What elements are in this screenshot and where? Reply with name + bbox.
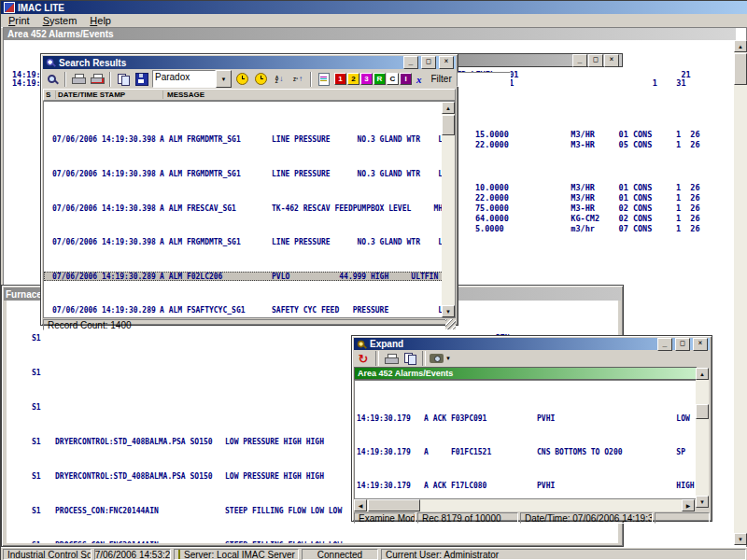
server-status-icon [178,549,180,560]
priority-filter-button[interactable]: C [387,73,399,85]
expand-vertical-scrollbar[interactable]: ▲ ▼ [696,368,709,508]
maximize-button[interactable]: □ [421,56,436,69]
table-row[interactable]: 07/06/2006 14:19:30.289 A ALM FSAFTYCYC_… [44,306,455,315]
table-row[interactable]: 14:19:30.179 A ACK F03PC091 PVHI LOW [355,414,696,423]
app-titlebar[interactable]: IMAC LITE [1,1,747,14]
row-detail: PVHI LOW [537,414,690,423]
priority-filter-button[interactable]: 3 [360,73,373,85]
close-button[interactable]: × [439,56,454,69]
column-header-s[interactable]: S [44,91,56,99]
main-vertical-scrollbar[interactable]: ▲ ▼ [734,40,747,545]
search-results-list[interactable]: 07/06/2006 14:19:30.398 A ALM FRGMDMTR_S… [43,101,456,318]
expand-horizontal-scrollbar[interactable]: ◀ ▶ [354,499,695,511]
row-datetime: 07/06/2006 14:19:30.398 [52,204,160,213]
exclude-button[interactable]: x [414,74,425,85]
print-button[interactable] [383,350,400,367]
copy-icon [404,353,416,364]
main-statusbar: Industrial Control Software 07/06/2006 1… [1,547,747,560]
minimize-button[interactable]: _ [657,338,672,351]
scroll-up-icon[interactable]: ▲ [696,368,709,380]
column-header-datetime[interactable]: DATE/TIME STAMP [56,91,163,99]
alarm-value-row[interactable]: 64.0000 KG-CM2 02 CONS 1 26 [475,214,700,224]
alarm-value-row[interactable]: 10.0000 M3/HR 01 CONS 1 26 [475,183,700,193]
table-row[interactable]: 14:19:30.179 A ACK F17LC080 PVHI HIGH [355,482,696,490]
snapshot-button[interactable]: ▼ [430,350,451,367]
table-row[interactable]: S1 PROCESS_CON:FNC20144AIN STEEP FILLING… [7,540,618,543]
scrollbar-thumb[interactable] [368,499,420,511]
priority-filter-buttons: 123RCI [334,73,412,85]
column-header-message[interactable]: MESSAGE [163,91,204,99]
table-row[interactable]: 07/06/2006 14:19:30.398 A ALM FRESCAV_SG… [44,203,455,213]
expand-titlebar[interactable]: Expand _ □ × [354,338,710,350]
camera-icon [430,354,444,363]
table-row[interactable]: 14:19:30.179 A F01FC1521 CNS BOTTOMS TO … [355,448,696,456]
table-row[interactable]: 07/06/2006 14:19:30.398 A ALM FRGMDMTR_S… [44,135,455,145]
search-icon [47,74,58,85]
minimize-button[interactable]: _ [572,54,587,67]
record-datetime: Date/Time: 07/06/2006 14:19:30.179 [520,512,653,524]
priority-filter-button[interactable]: R [374,73,386,85]
alarm-value-row[interactable]: 5.0000 m3/hr 07 CONS 1 26 [475,224,700,234]
priority-filter-button[interactable]: 1 [334,73,346,85]
chevron-down-icon[interactable]: ▼ [445,356,451,361]
row-s: S1 [32,334,55,343]
row-message: A ALM FRGMDMTR_SG1 [160,135,272,144]
copy-button[interactable] [402,350,418,367]
empty-panel [655,512,710,524]
alarm-value-row[interactable]: 22.0000 M3/HR 01 CONS 1 26 [475,193,700,203]
alarm-value-row[interactable]: 75.0000 M3-HR 02 CONS 1 26 [475,203,700,214]
record-count: Record Count: 1400 [43,319,456,330]
scroll-down-icon[interactable]: ▼ [442,305,455,317]
scroll-left-icon[interactable]: ◀ [354,499,367,511]
data-source-combo[interactable]: Paradox ▼ [152,71,232,87]
scrollbar-thumb[interactable] [734,53,747,85]
scroll-down-icon[interactable]: ▼ [734,533,747,545]
sort-ascending-icon [273,73,287,86]
menu-item[interactable]: Help [84,15,117,26]
alarm-value-row[interactable]: 15.0000 M3/HR 01 CONS 1 26 [475,130,700,140]
menu-item[interactable]: Print [3,15,35,26]
sort-descending-button[interactable] [289,71,306,88]
maximize-button[interactable]: □ [588,54,603,67]
expand-alarm-list[interactable]: 14:19:30.179 A ACK F03PC091 PVHI LOW 14:… [354,380,697,499]
row-datetime: 07/06/2006 14:19:30.398 [52,170,160,178]
print-setup-button[interactable] [89,71,106,88]
scroll-up-icon[interactable]: ▲ [734,40,747,52]
search-titlebar[interactable]: Search Results _ □ × [43,56,456,69]
search-column-headers[interactable]: S DATE/TIME STAMP MESSAGE [43,89,456,101]
resize-grip[interactable] [445,319,456,329]
report-button[interactable] [316,71,332,88]
table-row[interactable]: 07/06/2006 14:19:30.398 A ALM FRGMDMTR_S… [44,238,455,247]
export-button[interactable] [115,71,132,88]
table-row[interactable]: 07/06/2006 14:19:30.398 A ALM FRGMDMTR_S… [44,170,455,179]
sort-ascending-button[interactable] [271,71,288,88]
scroll-up-icon[interactable]: ▲ [442,102,455,114]
refresh-button[interactable] [355,350,372,367]
record-position: Rec 8179 of 10000 [417,512,518,524]
priority-filter-button[interactable]: I [400,73,412,85]
close-button[interactable]: × [604,54,619,67]
scrollbar-thumb[interactable] [442,115,455,135]
filter-input[interactable] [457,72,511,87]
background-window-titlebar[interactable]: _ □ × [457,53,623,67]
close-button[interactable]: × [693,338,708,351]
search-vertical-scrollbar[interactable]: ▲ ▼ [442,102,455,317]
alarm-value-row[interactable]: 22.0000 M3-HR 05 CONS 1 26 [475,140,700,150]
status-current-user: Current User: Administrator [381,549,746,560]
print-button[interactable] [70,71,87,88]
maximize-button[interactable]: □ [675,338,690,351]
end-time-button[interactable] [252,71,269,88]
scroll-right-icon[interactable]: ▶ [682,499,695,511]
scrollbar-thumb[interactable] [696,404,709,419]
table-row[interactable]: 07/06/2006 14:19:30.289 A ALM F02LC206 P… [44,272,455,281]
find-button[interactable] [44,71,61,88]
priority-filter-button[interactable]: 2 [347,73,359,85]
start-time-button[interactable] [233,71,250,88]
save-button[interactable] [134,71,150,88]
scroll-down-icon[interactable]: ▼ [696,496,709,508]
menu-item[interactable]: System [37,15,83,26]
chevron-down-icon[interactable]: ▼ [216,70,232,88]
row-time: 14:19:30.179 [357,482,424,490]
search-results-window: Search Results _ □ × Paradox ▼ [40,53,458,326]
minimize-button[interactable]: _ [403,56,418,69]
